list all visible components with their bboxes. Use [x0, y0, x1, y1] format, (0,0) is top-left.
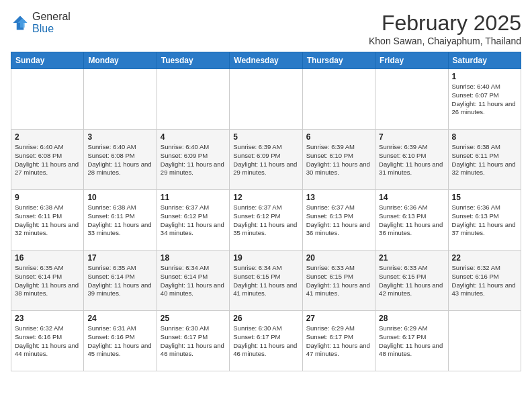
day-number: 12 — [233, 193, 298, 202]
page-header: General Blue February 2025 Khon Sawan, C… — [11, 11, 521, 46]
day-cell: 4Sunrise: 6:40 AM Sunset: 6:09 PM Daylig… — [157, 130, 229, 190]
day-cell: 28Sunrise: 6:29 AM Sunset: 6:17 PM Dayli… — [375, 311, 448, 371]
day-detail: Sunrise: 6:40 AM Sunset: 6:07 PM Dayligh… — [452, 83, 517, 117]
day-cell: 7Sunrise: 6:39 AM Sunset: 6:10 PM Daylig… — [375, 130, 448, 190]
weekday-header-friday: Friday — [375, 52, 448, 69]
day-cell: 8Sunrise: 6:38 AM Sunset: 6:11 PM Daylig… — [448, 130, 521, 190]
logo: General Blue — [11, 11, 71, 35]
day-number: 25 — [161, 314, 226, 323]
day-cell: 17Sunrise: 6:35 AM Sunset: 6:14 PM Dayli… — [84, 250, 157, 311]
day-detail: Sunrise: 6:30 AM Sunset: 6:17 PM Dayligh… — [233, 324, 298, 359]
calendar-header: SundayMondayTuesdayWednesdayThursdayFrid… — [11, 52, 521, 69]
title-block: February 2025 Khon Sawan, Chaiyaphum, Th… — [369, 11, 521, 46]
day-detail: Sunrise: 6:30 AM Sunset: 6:17 PM Dayligh… — [161, 324, 226, 359]
day-detail: Sunrise: 6:37 AM Sunset: 6:13 PM Dayligh… — [306, 203, 371, 238]
day-number: 23 — [15, 314, 80, 323]
day-cell: 26Sunrise: 6:30 AM Sunset: 6:17 PM Dayli… — [230, 311, 302, 371]
day-detail: Sunrise: 6:35 AM Sunset: 6:14 PM Dayligh… — [15, 264, 80, 298]
day-cell: 23Sunrise: 6:32 AM Sunset: 6:16 PM Dayli… — [11, 311, 84, 371]
weekday-header-saturday: Saturday — [448, 52, 521, 69]
day-number: 9 — [15, 193, 80, 202]
day-cell: 12Sunrise: 6:37 AM Sunset: 6:12 PM Dayli… — [230, 190, 302, 250]
location: Khon Sawan, Chaiyaphum, Thailand — [369, 36, 521, 46]
day-detail: Sunrise: 6:36 AM Sunset: 6:13 PM Dayligh… — [379, 203, 444, 238]
day-cell: 3Sunrise: 6:40 AM Sunset: 6:08 PM Daylig… — [84, 130, 157, 190]
day-cell: 1Sunrise: 6:40 AM Sunset: 6:07 PM Daylig… — [448, 69, 521, 130]
day-cell — [302, 69, 375, 130]
day-detail: Sunrise: 6:36 AM Sunset: 6:13 PM Dayligh… — [452, 203, 517, 238]
day-cell: 9Sunrise: 6:38 AM Sunset: 6:11 PM Daylig… — [11, 190, 84, 250]
day-cell: 13Sunrise: 6:37 AM Sunset: 6:13 PM Dayli… — [302, 190, 375, 250]
day-number: 5 — [233, 132, 298, 142]
day-detail: Sunrise: 6:40 AM Sunset: 6:08 PM Dayligh… — [15, 143, 80, 177]
day-number: 4 — [161, 132, 226, 142]
weekday-header-tuesday: Tuesday — [157, 52, 229, 69]
day-cell: 14Sunrise: 6:36 AM Sunset: 6:13 PM Dayli… — [375, 190, 448, 250]
day-detail: Sunrise: 6:40 AM Sunset: 6:08 PM Dayligh… — [87, 143, 152, 177]
day-cell: 15Sunrise: 6:36 AM Sunset: 6:13 PM Dayli… — [448, 190, 521, 250]
day-detail: Sunrise: 6:29 AM Sunset: 6:17 PM Dayligh… — [379, 324, 444, 359]
day-detail: Sunrise: 6:38 AM Sunset: 6:11 PM Dayligh… — [15, 203, 80, 238]
day-cell: 18Sunrise: 6:34 AM Sunset: 6:14 PM Dayli… — [157, 250, 229, 311]
day-cell: 20Sunrise: 6:33 AM Sunset: 6:15 PM Dayli… — [302, 250, 375, 311]
day-detail: Sunrise: 6:33 AM Sunset: 6:15 PM Dayligh… — [306, 264, 371, 298]
day-cell — [84, 69, 157, 130]
day-cell: 6Sunrise: 6:39 AM Sunset: 6:10 PM Daylig… — [302, 130, 375, 190]
day-cell — [11, 69, 84, 130]
day-cell: 25Sunrise: 6:30 AM Sunset: 6:17 PM Dayli… — [157, 311, 229, 371]
logo-text: General Blue — [32, 11, 71, 35]
weekday-header-wednesday: Wednesday — [230, 52, 302, 69]
day-detail: Sunrise: 6:39 AM Sunset: 6:10 PM Dayligh… — [379, 143, 444, 177]
weekday-header-monday: Monday — [84, 52, 157, 69]
day-detail: Sunrise: 6:34 AM Sunset: 6:14 PM Dayligh… — [161, 264, 226, 298]
logo-blue: Blue — [32, 23, 71, 35]
day-number: 6 — [306, 132, 371, 142]
day-cell: 24Sunrise: 6:31 AM Sunset: 6:16 PM Dayli… — [84, 311, 157, 371]
day-detail: Sunrise: 6:32 AM Sunset: 6:16 PM Dayligh… — [452, 264, 517, 298]
day-detail: Sunrise: 6:35 AM Sunset: 6:14 PM Dayligh… — [87, 264, 152, 298]
day-cell: 21Sunrise: 6:33 AM Sunset: 6:15 PM Dayli… — [375, 250, 448, 311]
day-detail: Sunrise: 6:29 AM Sunset: 6:17 PM Dayligh… — [306, 324, 371, 359]
day-number: 27 — [306, 314, 371, 323]
day-number: 15 — [452, 193, 517, 202]
day-cell: 19Sunrise: 6:34 AM Sunset: 6:15 PM Dayli… — [230, 250, 302, 311]
week-row-3: 16Sunrise: 6:35 AM Sunset: 6:14 PM Dayli… — [11, 250, 521, 311]
weekday-header-thursday: Thursday — [302, 52, 375, 69]
day-number: 11 — [161, 193, 226, 202]
day-number: 28 — [379, 314, 444, 323]
day-number: 24 — [87, 314, 152, 323]
weekday-row: SundayMondayTuesdayWednesdayThursdayFrid… — [11, 52, 521, 69]
day-detail: Sunrise: 6:31 AM Sunset: 6:16 PM Dayligh… — [87, 324, 152, 359]
day-detail: Sunrise: 6:33 AM Sunset: 6:15 PM Dayligh… — [379, 264, 444, 298]
day-detail: Sunrise: 6:40 AM Sunset: 6:09 PM Dayligh… — [161, 143, 226, 177]
day-number: 7 — [379, 132, 444, 142]
day-number: 16 — [15, 253, 80, 263]
day-cell: 16Sunrise: 6:35 AM Sunset: 6:14 PM Dayli… — [11, 250, 84, 311]
day-number: 20 — [306, 253, 371, 263]
day-detail: Sunrise: 6:38 AM Sunset: 6:11 PM Dayligh… — [87, 203, 152, 238]
month-year: February 2025 — [369, 11, 521, 36]
day-number: 14 — [379, 193, 444, 202]
day-detail: Sunrise: 6:37 AM Sunset: 6:12 PM Dayligh… — [233, 203, 298, 238]
day-cell — [157, 69, 229, 130]
day-cell — [448, 311, 521, 371]
week-row-1: 2Sunrise: 6:40 AM Sunset: 6:08 PM Daylig… — [11, 130, 521, 190]
week-row-0: 1Sunrise: 6:40 AM Sunset: 6:07 PM Daylig… — [11, 69, 521, 130]
day-number: 8 — [452, 132, 517, 142]
day-detail: Sunrise: 6:34 AM Sunset: 6:15 PM Dayligh… — [233, 264, 298, 298]
day-number: 10 — [87, 193, 152, 202]
day-number: 17 — [87, 253, 152, 263]
day-cell: 11Sunrise: 6:37 AM Sunset: 6:12 PM Dayli… — [157, 190, 229, 250]
day-cell: 2Sunrise: 6:40 AM Sunset: 6:08 PM Daylig… — [11, 130, 84, 190]
day-cell: 22Sunrise: 6:32 AM Sunset: 6:16 PM Dayli… — [448, 250, 521, 311]
day-detail: Sunrise: 6:39 AM Sunset: 6:09 PM Dayligh… — [233, 143, 298, 177]
day-number: 1 — [452, 72, 517, 81]
week-row-2: 9Sunrise: 6:38 AM Sunset: 6:11 PM Daylig… — [11, 190, 521, 250]
weekday-header-sunday: Sunday — [11, 52, 84, 69]
day-cell — [230, 69, 302, 130]
day-detail: Sunrise: 6:32 AM Sunset: 6:16 PM Dayligh… — [15, 324, 80, 359]
day-number: 26 — [233, 314, 298, 323]
day-cell: 10Sunrise: 6:38 AM Sunset: 6:11 PM Dayli… — [84, 190, 157, 250]
day-detail: Sunrise: 6:39 AM Sunset: 6:10 PM Dayligh… — [306, 143, 371, 177]
day-number: 3 — [87, 132, 152, 142]
